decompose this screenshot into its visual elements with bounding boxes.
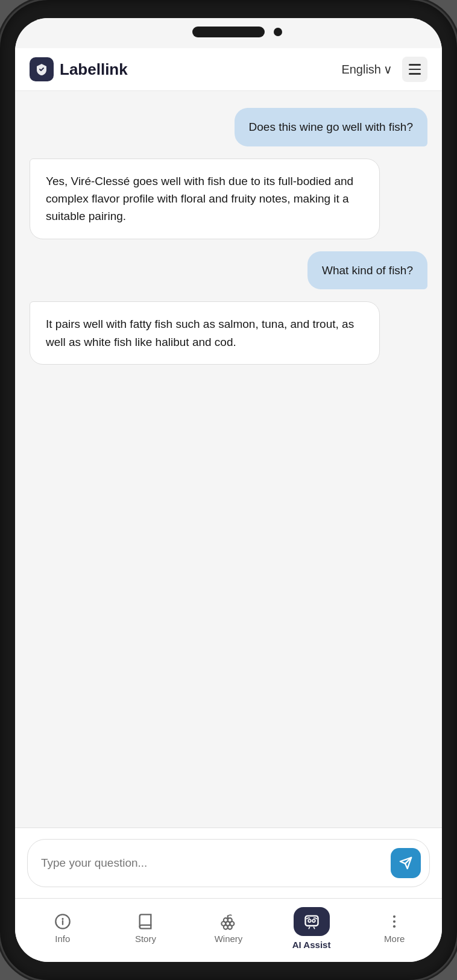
svg-point-10 xyxy=(312,920,315,923)
svg-rect-8 xyxy=(305,916,318,926)
bottom-nav: Info Story xyxy=(15,898,442,962)
nav-item-winery[interactable]: Winery xyxy=(204,913,253,944)
info-icon xyxy=(54,913,71,930)
input-row xyxy=(27,839,430,887)
grape-icon xyxy=(220,913,237,930)
nav-label-ai-assist: AI Assist xyxy=(292,940,331,950)
svg-point-13 xyxy=(393,925,396,928)
nav-icon-wrap-ai-assist xyxy=(294,907,330,936)
send-icon xyxy=(399,856,412,870)
book-icon xyxy=(137,913,154,930)
app-title: Labellink xyxy=(60,60,128,79)
nav-item-ai-assist[interactable]: AI Assist xyxy=(288,907,336,950)
input-area xyxy=(15,828,442,898)
language-selector[interactable]: English ∨ xyxy=(341,62,392,77)
language-label: English xyxy=(341,63,381,77)
nav-item-more[interactable]: More xyxy=(370,913,418,944)
more-icon xyxy=(386,913,403,930)
header-right: English ∨ xyxy=(341,57,427,82)
camera xyxy=(274,28,282,36)
ai-assist-icon xyxy=(303,913,320,930)
nav-icon-wrap-winery xyxy=(220,913,237,930)
hamburger-button[interactable] xyxy=(402,57,427,82)
speaker xyxy=(192,27,265,37)
nav-label-story: Story xyxy=(135,934,156,944)
nav-item-info[interactable]: Info xyxy=(39,913,87,944)
bot-message-2: It pairs well with fatty fish such as sa… xyxy=(30,301,380,365)
hamburger-icon xyxy=(409,64,421,75)
svg-point-7 xyxy=(228,925,232,929)
notch-bar xyxy=(15,18,442,48)
svg-point-9 xyxy=(308,920,311,923)
nav-label-winery: Winery xyxy=(215,934,243,944)
user-message-1: Does this wine go well with fish? xyxy=(235,108,427,146)
nav-item-story[interactable]: Story xyxy=(121,913,169,944)
screen: Labellink English ∨ Does this xyxy=(15,18,442,962)
bot-message-1: Yes, Viré-Clessé goes well with fish due… xyxy=(30,159,380,239)
nav-icon-wrap-more xyxy=(386,913,403,930)
app-logo-icon xyxy=(30,57,54,81)
logo-area: Labellink xyxy=(30,57,128,81)
chevron-down-icon: ∨ xyxy=(383,62,392,77)
chat-area: Does this wine go well with fish? Yes, V… xyxy=(15,91,442,828)
phone-shell: Labellink English ∨ Does this xyxy=(0,0,457,980)
chat-input[interactable] xyxy=(41,856,383,870)
nav-label-info: Info xyxy=(55,934,70,944)
app-header: Labellink English ∨ xyxy=(15,48,442,91)
svg-point-11 xyxy=(393,916,396,918)
svg-point-12 xyxy=(393,920,396,923)
nav-icon-wrap-info xyxy=(54,913,71,930)
nav-icon-wrap-story xyxy=(137,913,154,930)
nav-label-more: More xyxy=(384,934,405,944)
send-button[interactable] xyxy=(391,848,421,878)
user-message-2: What kind of fish? xyxy=(307,251,427,290)
